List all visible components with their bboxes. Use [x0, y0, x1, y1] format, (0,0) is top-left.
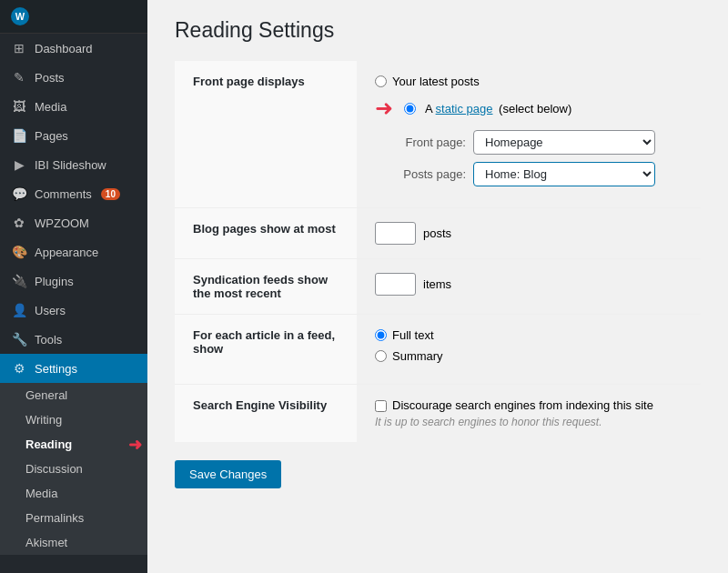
- sidebar-item-dashboard[interactable]: ⊞ Dashboard: [0, 34, 147, 63]
- front-page-selector-label: Front page:: [393, 136, 466, 149]
- full-text-label: Full text: [392, 328, 434, 342]
- blog-pages-input[interactable]: 5: [375, 222, 416, 245]
- sidebar-item-slideshow[interactable]: ▶ IBI Slideshow: [0, 150, 147, 179]
- settings-icon: ⚙: [11, 361, 27, 376]
- plugins-icon: 🔌: [11, 274, 27, 288]
- latest-posts-option: Your latest posts: [375, 75, 682, 88]
- front-page-options: Your latest posts ➜ A static page (selec…: [357, 61, 701, 208]
- settings-form: Front page displays Your latest posts ➜ …: [175, 61, 701, 442]
- static-page-option-label: A static page (select below): [425, 102, 571, 116]
- submenu-akismet[interactable]: Akismet: [0, 530, 147, 555]
- wpzoom-icon: ✿: [11, 216, 27, 230]
- items-suffix: items: [423, 277, 451, 291]
- appearance-icon: 🎨: [11, 245, 27, 259]
- users-icon: 👤: [11, 303, 27, 317]
- summary-option: Summary: [375, 349, 682, 363]
- submenu-general[interactable]: General: [0, 383, 147, 407]
- seo-note: It is up to search engines to honor this…: [375, 416, 682, 428]
- search-visibility-options: Discourage search engines from indexing …: [357, 385, 701, 443]
- save-changes-button[interactable]: Save Changes: [175, 460, 281, 488]
- posts-count-row: 5 posts: [375, 222, 682, 245]
- submenu-media-settings[interactable]: Media: [0, 481, 147, 506]
- slideshow-icon: ▶: [11, 157, 27, 172]
- feed-show-options: Full text Summary: [357, 315, 701, 385]
- pages-icon: 📄: [11, 128, 27, 143]
- front-page-selector-row: Front page: Homepage: [393, 130, 682, 155]
- front-page-row: Front page displays Your latest posts ➜ …: [175, 61, 701, 208]
- sidebar-item-posts[interactable]: ✎ Posts: [0, 63, 147, 92]
- syndication-count-row: 10 items: [375, 273, 682, 296]
- blog-pages-row: Blog pages show at most 5 posts: [175, 208, 701, 259]
- search-visibility-row: Search Engine Visibility Discourage sear…: [175, 385, 701, 443]
- syndication-value: 10 items: [357, 259, 701, 315]
- static-page-option: ➜ A static page (select below): [375, 96, 682, 121]
- submenu-permalinks[interactable]: Permalinks: [0, 506, 147, 530]
- latest-posts-radio[interactable]: [375, 75, 387, 87]
- settings-submenu: General Writing Reading ➜ Discussion Med…: [0, 383, 147, 555]
- syndication-input[interactable]: 10: [375, 273, 416, 296]
- front-page-label: Front page displays: [175, 61, 357, 208]
- feed-show-label: For each article in a feed, show: [175, 315, 357, 385]
- summary-label: Summary: [392, 349, 443, 363]
- sidebar: W ⊞ Dashboard ✎ Posts 🖼 Media 📄 Pages ▶ …: [0, 0, 147, 573]
- media-icon: 🖼: [11, 99, 27, 114]
- posts-page-selector-label: Posts page:: [393, 167, 466, 181]
- search-visibility-checkbox-row: Discourage search engines from indexing …: [375, 398, 682, 412]
- summary-radio[interactable]: [375, 350, 387, 362]
- reading-arrow-icon: ➜: [128, 435, 142, 455]
- sidebar-item-users[interactable]: 👤 Users: [0, 296, 147, 325]
- full-text-radio[interactable]: [375, 329, 387, 341]
- posts-page-select[interactable]: Home: Blog: [473, 162, 655, 186]
- front-page-select[interactable]: Homepage: [473, 130, 655, 155]
- static-page-radio[interactable]: [404, 103, 416, 115]
- blog-pages-label: Blog pages show at most: [175, 208, 357, 259]
- posts-page-selector-row: Posts page: Home: Blog: [393, 162, 682, 186]
- latest-posts-option-label: Your latest posts: [392, 75, 480, 88]
- main-content: Reading Settings Front page displays You…: [147, 0, 728, 573]
- full-text-option: Full text: [375, 328, 682, 342]
- submenu-reading[interactable]: Reading ➜: [0, 432, 147, 457]
- page-selectors: Front page: Homepage Posts page: Home: B…: [393, 130, 682, 186]
- sidebar-item-plugins[interactable]: 🔌 Plugins: [0, 266, 147, 296]
- static-page-arrow-icon: ➜: [375, 96, 393, 121]
- sidebar-item-media[interactable]: 🖼 Media: [0, 92, 147, 121]
- static-page-link[interactable]: static page: [436, 102, 493, 116]
- comments-badge: 10: [101, 188, 120, 200]
- search-visibility-checkbox[interactable]: [375, 400, 387, 412]
- search-visibility-checkbox-label: Discourage search engines from indexing …: [392, 398, 653, 412]
- sidebar-logo[interactable]: W: [0, 0, 147, 34]
- sidebar-item-wpzoom[interactable]: ✿ WPZOOM: [0, 208, 147, 237]
- submenu-discussion[interactable]: Discussion: [0, 457, 147, 481]
- tools-icon: 🔧: [11, 332, 27, 347]
- posts-suffix: posts: [423, 226, 451, 240]
- feed-show-row: For each article in a feed, show Full te…: [175, 315, 701, 385]
- wp-logo-icon: W: [11, 7, 29, 25]
- search-visibility-label: Search Engine Visibility: [175, 385, 357, 443]
- submenu-writing[interactable]: Writing: [0, 407, 147, 432]
- sidebar-item-settings[interactable]: ⚙ Settings: [0, 354, 147, 383]
- syndication-row: Syndication feeds show the most recent 1…: [175, 259, 701, 315]
- posts-icon: ✎: [11, 70, 27, 85]
- comments-icon: 💬: [11, 186, 27, 201]
- page-title: Reading Settings: [175, 18, 701, 43]
- syndication-label: Syndication feeds show the most recent: [175, 259, 357, 315]
- sidebar-item-pages[interactable]: 📄 Pages: [0, 121, 147, 150]
- sidebar-item-tools[interactable]: 🔧 Tools: [0, 325, 147, 354]
- sidebar-item-appearance[interactable]: 🎨 Appearance: [0, 237, 147, 266]
- sidebar-item-comments[interactable]: 💬 Comments 10: [0, 179, 147, 208]
- blog-pages-value: 5 posts: [357, 208, 701, 259]
- dashboard-icon: ⊞: [11, 41, 27, 55]
